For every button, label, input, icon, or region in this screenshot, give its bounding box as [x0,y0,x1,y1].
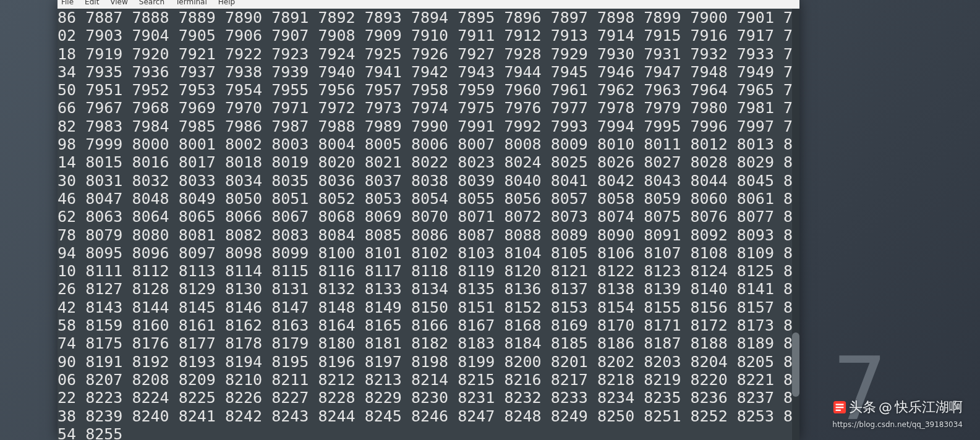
terminal-output: 86 7887 7888 7889 7890 7891 7892 7893 78… [58,9,799,440]
toutiao-icon [833,400,846,414]
desktop-workspace-number: 7 [832,346,887,433]
watermark-url: https://blog.csdn.net/qq_39183034 [832,420,963,429]
menu-view[interactable]: View [110,0,127,7]
menu-terminal[interactable]: Terminal [176,0,207,7]
scrollbar-track[interactable] [792,9,799,440]
watermark-author: 头条 @ 快乐江湖啊 [833,398,963,417]
svg-rect-3 [836,410,841,411]
terminal-body[interactable]: 86 7887 7888 7889 7890 7891 7892 7893 78… [58,9,799,440]
watermark-author-prefix: @ [879,400,892,415]
terminal-window: File Edit View Search Terminal Help 86 7… [58,0,799,440]
menu-file[interactable]: File [61,0,74,7]
menu-help[interactable]: Help [218,0,235,7]
svg-rect-2 [836,407,844,408]
menu-edit[interactable]: Edit [85,0,99,7]
watermark-tt-label: 头条 [849,398,876,417]
menu-bar: File Edit View Search Terminal Help [58,0,799,9]
menu-search[interactable]: Search [139,0,164,7]
svg-rect-1 [836,404,844,405]
watermark-author-name: 快乐江湖啊 [895,398,963,417]
scrollbar-thumb[interactable] [792,332,799,397]
